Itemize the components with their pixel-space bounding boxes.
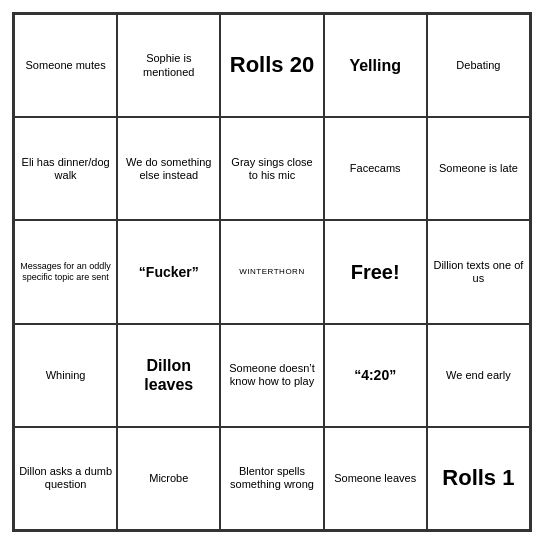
cell-r1c0: Eli has dinner/dog walk [14, 117, 117, 220]
cell-r2c1: “Fucker” [117, 220, 220, 323]
cell-r3c2: Someone doesn’t know how to play [220, 324, 323, 427]
cell-r0c1: Sophie is mentioned [117, 14, 220, 117]
cell-r4c0: Dillon asks a dumb question [14, 427, 117, 530]
cell-r0c3: Yelling [324, 14, 427, 117]
cell-r2c4: Dillion texts one of us [427, 220, 530, 323]
cell-r2c3: Free! [324, 220, 427, 323]
cell-r3c3: “4:20” [324, 324, 427, 427]
cell-r3c0: Whining [14, 324, 117, 427]
cell-r4c1: Microbe [117, 427, 220, 530]
bingo-card: Someone mutesSophie is mentionedRolls 20… [12, 12, 532, 532]
cell-r2c0: Messages for an oddly specific topic are… [14, 220, 117, 323]
cell-r4c4: Rolls 1 [427, 427, 530, 530]
cell-r3c4: We end early [427, 324, 530, 427]
cell-r4c2: Blentor spells something wrong [220, 427, 323, 530]
cell-r1c3: Facecams [324, 117, 427, 220]
cell-r0c4: Debating [427, 14, 530, 117]
cell-r1c4: Someone is late [427, 117, 530, 220]
cell-r4c3: Someone leaves [324, 427, 427, 530]
cell-r3c1: Dillon leaves [117, 324, 220, 427]
cell-r1c1: We do something else instead [117, 117, 220, 220]
cell-r0c0: Someone mutes [14, 14, 117, 117]
cell-r2c2: WINTERTHORN [220, 220, 323, 323]
cell-r1c2: Gray sings close to his mic [220, 117, 323, 220]
cell-r0c2: Rolls 20 [220, 14, 323, 117]
